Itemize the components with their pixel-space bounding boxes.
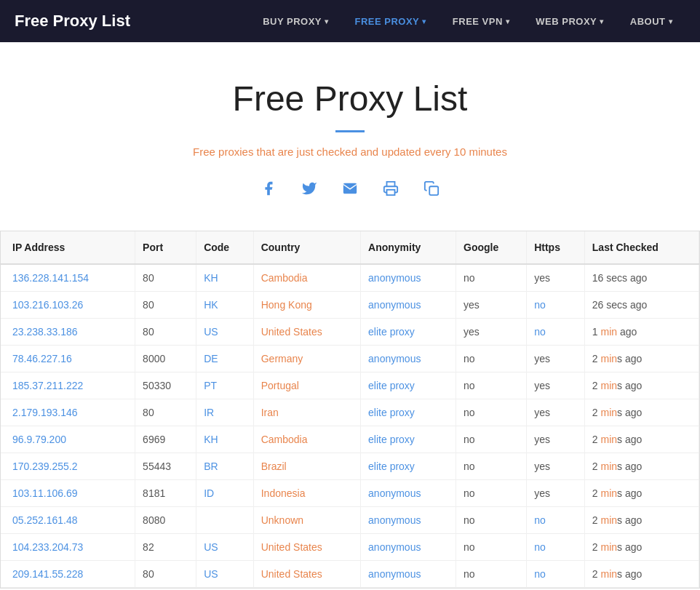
cell-ip[interactable]: 78.46.227.16 [1,346,135,372]
about-caret: ▾ [669,17,673,25]
cell-code: KH [196,264,254,292]
cell-country[interactable]: Hong Kong [253,292,360,319]
nav-links: BUY PROXY ▾ FREE PROXY ▾ FREE VPN ▾ WEB … [250,0,685,42]
cell-ip[interactable]: 103.11.106.69 [1,480,135,507]
facebook-icon[interactable] [255,175,282,202]
cell-anonymity: elite proxy [361,453,456,480]
nav-link-free-vpn[interactable]: FREE VPN ▾ [440,0,523,42]
col-google: Google [456,231,527,264]
cell-country[interactable]: United States [253,534,360,561]
cell-ip[interactable]: 170.239.255.2 [1,453,135,480]
hero-subtitle: Free proxies that are just checked and u… [15,145,685,158]
svg-rect-0 [387,190,395,195]
cell-port: 55443 [135,453,196,480]
email-icon[interactable] [337,175,363,202]
cell-country[interactable]: United States [253,319,360,346]
navbar: Free Proxy List BUY PROXY ▾ FREE PROXY ▾… [0,0,700,42]
cell-ip[interactable]: 96.9.79.200 [1,426,135,453]
col-ip: IP Address [1,231,135,264]
cell-port: 8000 [135,346,196,372]
cell-checked: 2 mins ago [584,346,699,372]
cell-google: yes [456,292,527,319]
cell-https: no [527,292,585,319]
cell-anonymity: anonymous [361,507,456,534]
cell-anonymity: anonymous [361,292,456,319]
col-code: Code [196,231,254,264]
table-row: 96.9.79.2006969KHCambodiaelite proxynoye… [1,426,699,453]
table-row: 103.216.103.2680HKHong Konganonymousyesn… [1,292,699,319]
cell-country[interactable]: Cambodia [253,426,360,453]
cell-ip[interactable]: 209.141.55.228 [1,561,135,588]
cell-google: no [456,346,527,372]
cell-ip[interactable]: 23.238.33.186 [1,319,135,346]
cell-https: no [527,561,585,588]
cell-code: US [196,534,254,561]
cell-checked: 2 mins ago [584,372,699,399]
social-icons [15,175,685,202]
cell-port: 8181 [135,480,196,507]
header-row: IP Address Port Code Country Anonymity G… [1,231,699,264]
cell-country[interactable]: Iran [253,399,360,426]
cell-port: 80 [135,319,196,346]
cell-https: yes [527,480,585,507]
cell-country[interactable]: Brazil [253,453,360,480]
nav-link-web-proxy[interactable]: WEB PROXY ▾ [522,0,616,42]
cell-port: 6969 [135,426,196,453]
cell-ip[interactable]: 104.233.204.73 [1,534,135,561]
cell-checked: 2 mins ago [584,534,699,561]
table-row: 136.228.141.15480KHCambodiaanonymousnoye… [1,264,699,292]
nav-link-free-proxy[interactable]: FREE PROXY ▾ [342,0,440,42]
cell-https: no [527,507,585,534]
nav-item-web-proxy: WEB PROXY ▾ [522,0,616,42]
cell-ip[interactable]: 2.179.193.146 [1,399,135,426]
nav-item-free-proxy: FREE PROXY ▾ [342,0,440,42]
nav-item-about: ABOUT ▾ [617,0,685,42]
cell-country[interactable]: United States [253,561,360,588]
col-port: Port [135,231,196,264]
title-divider [335,130,365,132]
table-row: 170.239.255.255443BRBrazilelite proxynoy… [1,453,699,480]
cell-anonymity: elite proxy [361,426,456,453]
brand-logo[interactable]: Free Proxy List [15,12,130,31]
nav-link-about[interactable]: ABOUT ▾ [617,0,685,42]
cell-google: yes [456,319,527,346]
cell-anonymity: anonymous [361,346,456,372]
cell-checked: 2 mins ago [584,399,699,426]
cell-anonymity: anonymous [361,561,456,588]
table-row: 104.233.204.7382USUnited Statesanonymous… [1,534,699,561]
cell-google: no [456,561,527,588]
cell-ip[interactable]: 05.252.161.48 [1,507,135,534]
cell-code: BR [196,453,254,480]
web-proxy-caret: ▾ [600,17,604,25]
cell-country[interactable]: Unknown [253,507,360,534]
table-body: 136.228.141.15480KHCambodiaanonymousnoye… [1,264,699,588]
cell-checked: 16 secs ago [584,264,699,292]
print-icon[interactable] [378,175,404,202]
cell-google: no [456,372,527,399]
cell-checked: 2 mins ago [584,561,699,588]
cell-anonymity: anonymous [361,264,456,292]
cell-ip[interactable]: 185.37.211.222 [1,372,135,399]
cell-code: ID [196,480,254,507]
table-row: 05.252.161.488080Unknownanonymousnono2 m… [1,507,699,534]
cell-country[interactable]: Cambodia [253,264,360,292]
cell-code: IR [196,399,254,426]
cell-google: no [456,399,527,426]
twitter-icon[interactable] [296,175,322,202]
cell-checked: 2 mins ago [584,480,699,507]
cell-port: 80 [135,264,196,292]
page-title: Free Proxy List [15,79,685,119]
cell-country[interactable]: Indonesia [253,480,360,507]
cell-ip[interactable]: 103.216.103.26 [1,292,135,319]
cell-country[interactable]: Portugal [253,372,360,399]
nav-link-buy-proxy[interactable]: BUY PROXY ▾ [250,0,341,42]
copy-icon[interactable] [418,175,445,202]
cell-code: KH [196,426,254,453]
cell-checked: 2 mins ago [584,453,699,480]
cell-port: 8080 [135,507,196,534]
table-row: 78.46.227.168000DEGermanyanonymousnoyes2… [1,346,699,372]
cell-code: PT [196,372,254,399]
cell-country[interactable]: Germany [253,346,360,372]
cell-ip[interactable]: 136.228.141.154 [1,264,135,292]
cell-code: US [196,319,254,346]
